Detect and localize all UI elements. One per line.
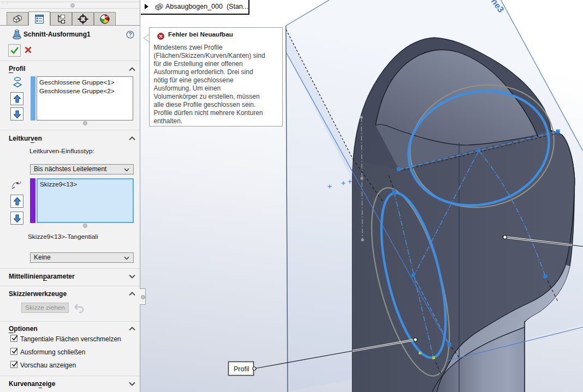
svg-text:Profil: Profil: [234, 365, 249, 373]
svg-text:?: ?: [128, 32, 132, 38]
